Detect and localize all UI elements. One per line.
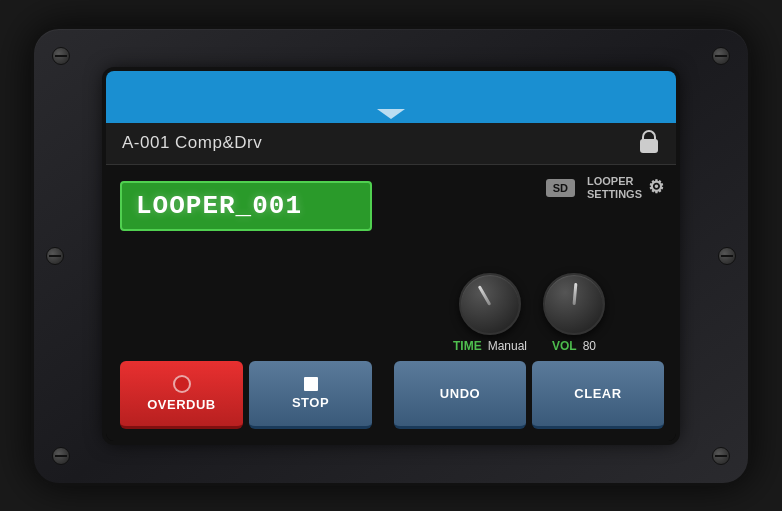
screw-tl (52, 47, 70, 65)
undo-label: UNDO (440, 386, 480, 401)
looper-name-box: LOOPER_001 (120, 181, 372, 231)
stop-label: STOP (292, 395, 329, 410)
main-content: LOOPER_001 OVERDUB STOP SD (106, 165, 676, 441)
stop-square-icon (304, 377, 318, 391)
buttons-row: OVERDUB STOP (120, 361, 372, 429)
clear-label: CLEAR (574, 386, 621, 401)
top-bar (106, 71, 676, 123)
right-buttons-row: UNDO CLEAR (394, 361, 664, 429)
lock-icon (638, 130, 660, 156)
lock-body (640, 139, 658, 153)
gear-icon[interactable]: ⚙ (648, 177, 664, 199)
screw-bl (52, 447, 70, 465)
looper-settings-label: LOOPERSETTINGS ⚙ (587, 175, 664, 201)
time-knob-container: TIME Manual (453, 273, 527, 353)
overdub-circle-icon (173, 375, 191, 393)
time-knob[interactable] (459, 273, 521, 335)
looper-settings-text: LOOPERSETTINGS (587, 175, 642, 201)
time-label-row: TIME Manual (453, 339, 527, 353)
screw-br (712, 447, 730, 465)
preset-name: A-001 Comp&Drv (122, 133, 262, 153)
screen: A-001 Comp&Drv LOOPER_001 OVERDUB (106, 71, 676, 441)
time-label: TIME (453, 339, 482, 353)
right-panel: SD LOOPERSETTINGS ⚙ TIME Manual (386, 165, 676, 441)
screw-tr (712, 47, 730, 65)
overdub-button[interactable]: OVERDUB (120, 361, 243, 429)
screw-mr (718, 247, 736, 265)
vol-knob[interactable] (543, 273, 605, 335)
screw-ml (46, 247, 64, 265)
overdub-label: OVERDUB (147, 397, 216, 412)
vol-label: VOL (552, 339, 577, 353)
chevron-down-icon (377, 109, 405, 119)
undo-button[interactable]: UNDO (394, 361, 526, 429)
clear-button[interactable]: CLEAR (532, 361, 664, 429)
knobs-row: TIME Manual VOL 80 (394, 209, 664, 353)
preset-bar: A-001 Comp&Drv (106, 123, 676, 165)
looper-name-text: LOOPER_001 (136, 191, 302, 221)
vol-knob-container: VOL 80 (543, 273, 605, 353)
vol-value: 80 (583, 339, 596, 353)
sd-badge: SD (546, 179, 575, 197)
left-panel: LOOPER_001 OVERDUB STOP (106, 165, 386, 441)
time-value: Manual (488, 339, 527, 353)
vol-label-row: VOL 80 (552, 339, 596, 353)
device-body: A-001 Comp&Drv LOOPER_001 OVERDUB (31, 26, 751, 486)
right-top: SD LOOPERSETTINGS ⚙ (394, 175, 664, 201)
time-knob-indicator (478, 285, 492, 306)
stop-button[interactable]: STOP (249, 361, 372, 429)
vol-knob-indicator (573, 282, 578, 304)
